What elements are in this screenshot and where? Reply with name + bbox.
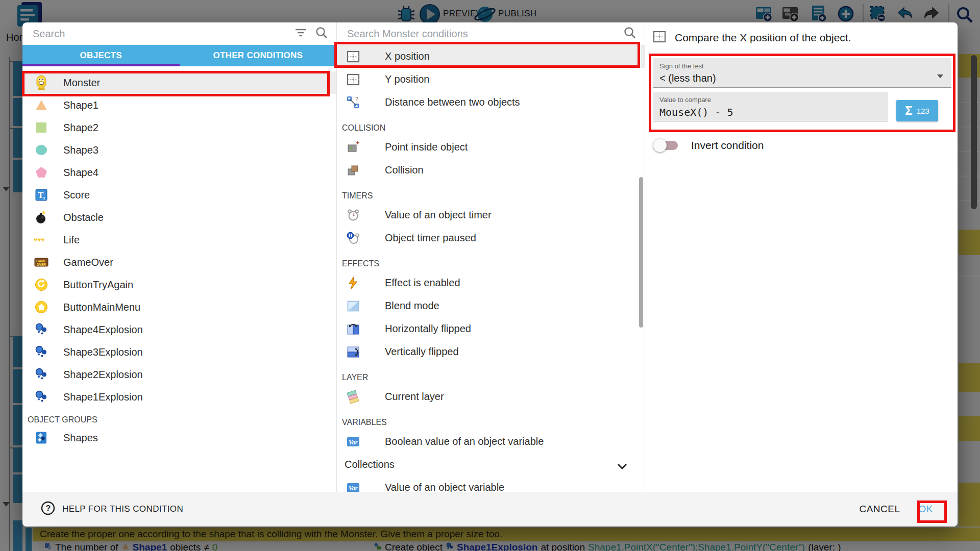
- help-icon: ?: [41, 501, 55, 518]
- object-row-shape1explosion[interactable]: Shape1Explosion: [22, 386, 336, 408]
- svg-text:Var: Var: [349, 439, 358, 446]
- object-row-score[interactable]: TxScore: [22, 184, 336, 206]
- condition-group-collections[interactable]: Collections: [337, 453, 645, 476]
- condition-search-row: [337, 22, 645, 45]
- square-icon: [34, 120, 49, 135]
- value-to-compare-field[interactable]: Value to compare MouseX() - 5: [653, 92, 888, 121]
- dropdown-arrow-icon[interactable]: [937, 71, 943, 81]
- condition-label: Current layer: [385, 391, 444, 403]
- condition-row-vertically-flipped[interactable]: Vertically flipped: [337, 340, 645, 363]
- group-icon: [34, 430, 49, 445]
- condition-label: Y position: [385, 73, 429, 85]
- object-label: Shape4Explosion: [63, 324, 143, 336]
- conditions-scrollbar[interactable]: [639, 177, 643, 328]
- cancel-button[interactable]: CANCEL: [850, 498, 909, 520]
- chevron-down-icon[interactable]: [617, 460, 627, 472]
- explosion-icon: [34, 344, 49, 360]
- object-label: Obstacle: [63, 212, 104, 223]
- condition-search-input[interactable]: [337, 28, 623, 40]
- object-row-shape4[interactable]: Shape4: [22, 161, 336, 184]
- group-label: Shapes: [63, 432, 98, 444]
- value-to-compare-label: Value to compare: [659, 96, 882, 104]
- svg-text:♥♥♥: ♥♥♥: [34, 236, 44, 243]
- svg-text:?: ?: [46, 504, 51, 513]
- object-row-shape3explosion[interactable]: Shape3Explosion: [22, 341, 336, 363]
- object-row-shape2[interactable]: Shape2: [22, 116, 336, 139]
- condition-list: X positionY position?Distance between tw…: [337, 45, 645, 492]
- condition-row-blend-mode[interactable]: Blend mode: [337, 294, 645, 317]
- object-groups-header: OBJECT GROUPS: [22, 408, 336, 427]
- group-row-shapes[interactable]: Shapes: [22, 427, 336, 449]
- position-icon: [346, 72, 360, 87]
- condition-section-collision: COLLISION: [337, 114, 645, 136]
- object-row-shape3[interactable]: Shape3: [22, 139, 336, 161]
- object-row-gameover[interactable]: GAMEOVERGameOver: [22, 251, 336, 273]
- search-icon[interactable]: [315, 26, 328, 41]
- condition-row-object-timer-paused[interactable]: Object timer paused: [337, 227, 645, 249]
- object-label: Shape2: [63, 122, 99, 134]
- condition-label: Boolean value of an object variable: [385, 436, 544, 447]
- svg-text:GAME: GAME: [36, 259, 46, 263]
- object-label: GameOver: [63, 257, 113, 268]
- condition-label: Value of an object variable: [385, 482, 504, 492]
- condition-row-value-of-an-object-timer[interactable]: Value of an object timer: [337, 204, 645, 227]
- object-label: Shape4: [63, 167, 99, 179]
- object-row-shape4explosion[interactable]: Shape4Explosion: [22, 318, 336, 341]
- object-list: MonsterShape1Shape2Shape3Shape4TxScoreOb…: [22, 66, 336, 492]
- toggle-knob: [653, 139, 667, 152]
- condition-row-y-position[interactable]: Y position: [337, 68, 645, 91]
- condition-label: Point inside object: [385, 141, 468, 153]
- object-row-buttontryagain[interactable]: ButtonTryAgain: [22, 273, 336, 296]
- condition-row-boolean-value-of-an-object-variable[interactable]: VarBoolean value of an object variable: [337, 430, 645, 453]
- mainmenu-icon: [34, 299, 49, 315]
- vflip-icon: [346, 345, 360, 359]
- svg-text:Var: Var: [349, 485, 358, 492]
- condition-label: Effect is enabled: [385, 277, 460, 289]
- condition-row-effect-is-enabled[interactable]: Effect is enabled: [337, 271, 645, 294]
- invert-condition-toggle[interactable]: [653, 139, 678, 152]
- distance-icon: ?: [346, 95, 360, 110]
- condition-row-horizontally-flipped[interactable]: Horizontally flipped: [337, 317, 645, 340]
- object-search-input[interactable]: [22, 28, 295, 40]
- help-button[interactable]: ? HELP FOR THIS CONDITION: [38, 500, 186, 518]
- filter-icon[interactable]: [295, 27, 307, 40]
- sign-of-test-select[interactable]: Sign of the test < (less than): [653, 58, 951, 88]
- objects-panel: OBJECTS OTHER CONDITIONS MonsterShape1Sh…: [22, 22, 337, 492]
- object-row-life[interactable]: ♥♥♥Life: [22, 229, 336, 251]
- object-label: Shape1Explosion: [63, 391, 143, 403]
- position-icon: [346, 49, 360, 64]
- timer-paused-icon: [346, 231, 360, 245]
- condition-row-point-inside-object[interactable]: Point inside object: [337, 136, 645, 159]
- invert-condition-row: Invert condition: [653, 139, 764, 152]
- condition-label: Distance between two objects: [385, 96, 520, 108]
- tab-objects[interactable]: OBJECTS: [22, 45, 180, 66]
- expression-builder-button[interactable]: Σ 123: [896, 100, 938, 121]
- condition-row-value-of-an-object-variable[interactable]: VarValue of an object variable: [337, 476, 645, 492]
- x-position-icon: [652, 30, 667, 46]
- condition-row-x-position[interactable]: X position: [337, 45, 645, 68]
- sigma-icon: Σ: [905, 104, 912, 118]
- search-icon[interactable]: [623, 26, 636, 41]
- object-label: Life: [63, 234, 80, 246]
- object-row-monster[interactable]: Monster: [22, 71, 336, 94]
- condition-row-collision[interactable]: Collision: [337, 159, 645, 182]
- text-object-icon: Tx: [34, 187, 49, 203]
- condition-label: Horizontally flipped: [385, 323, 471, 335]
- expand-label: Collections: [345, 459, 395, 470]
- condition-row-distance-between-two-objects[interactable]: ?Distance between two objects: [337, 91, 645, 114]
- tab-other-conditions[interactable]: OTHER CONDITIONS: [180, 45, 337, 66]
- object-tabs: OBJECTS OTHER CONDITIONS: [22, 45, 336, 66]
- condition-row-current-layer[interactable]: Current layer: [337, 385, 645, 408]
- numeric-label: 123: [917, 107, 929, 115]
- object-row-shape1[interactable]: Shape1: [22, 94, 336, 116]
- object-label: ButtonTryAgain: [63, 279, 133, 291]
- object-row-shape2explosion[interactable]: Shape2Explosion: [22, 363, 336, 386]
- object-label: ButtonMainMenu: [63, 302, 140, 313]
- object-label: Monster: [63, 77, 100, 89]
- object-row-buttonmainmenu[interactable]: ButtonMainMenu: [22, 296, 336, 318]
- explosion-icon: [34, 367, 49, 382]
- object-row-obstacle[interactable]: Obstacle: [22, 206, 336, 229]
- monster-icon: [34, 75, 49, 90]
- timer-icon: [346, 208, 360, 222]
- ok-button[interactable]: OK: [910, 498, 942, 520]
